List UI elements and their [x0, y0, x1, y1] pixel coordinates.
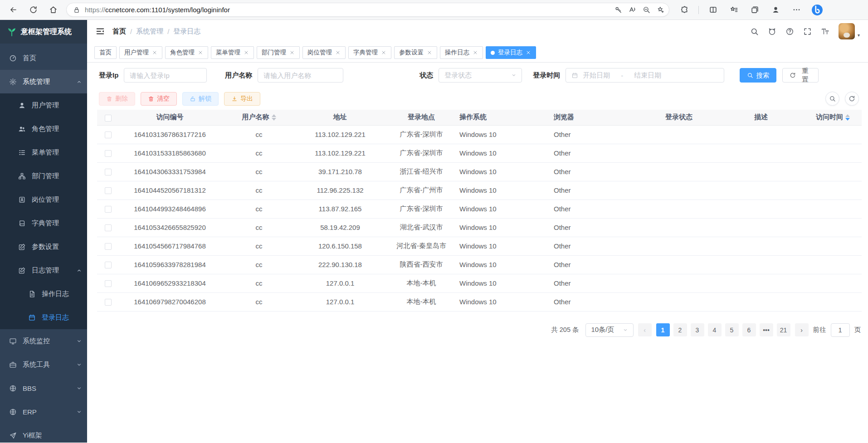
sidebar-item-yi-framework[interactable]: Yi框架 [0, 424, 87, 443]
back-button[interactable] [6, 3, 20, 17]
search-button[interactable]: 搜索 [740, 68, 776, 83]
page-button[interactable]: 1 [656, 323, 670, 336]
page-size-select[interactable]: 10条/页 [585, 323, 634, 337]
help-icon[interactable] [785, 27, 794, 36]
sidebar-item-role-mgmt[interactable]: 角色管理 [0, 117, 87, 141]
home-button[interactable] [46, 3, 60, 17]
export-button[interactable]: 导出 [224, 92, 260, 106]
tab-post-mgmt[interactable]: 岗位管理 [302, 46, 346, 59]
row-checkbox[interactable] [105, 206, 112, 213]
breadcrumb-item[interactable]: 系统管理 [136, 27, 163, 36]
profile-button[interactable] [769, 3, 782, 17]
sidebar-item-system-tools[interactable]: 系统工具 [0, 353, 87, 376]
breadcrumb-item[interactable]: 首页 [112, 27, 126, 36]
start-date-placeholder[interactable]: 开始日期 [583, 71, 610, 80]
reset-button[interactable]: 重置 [782, 68, 819, 83]
row-checkbox[interactable] [105, 169, 112, 175]
favorites-bar-button[interactable] [727, 3, 741, 17]
column-header[interactable]: 访问时间 [804, 110, 862, 125]
close-icon[interactable] [289, 50, 295, 55]
user-avatar[interactable] [839, 23, 855, 39]
tab-dept-mgmt[interactable]: 部门管理 [257, 46, 300, 59]
tab-operation-log[interactable]: 操作日志 [440, 46, 483, 59]
close-icon[interactable] [427, 50, 432, 55]
read-aloud-icon[interactable] [629, 6, 636, 14]
more-menu-button[interactable] [790, 3, 803, 17]
close-icon[interactable] [526, 50, 531, 55]
key-icon[interactable] [614, 6, 622, 14]
user-name-input[interactable] [258, 68, 343, 83]
show-search-button[interactable] [825, 92, 839, 106]
close-icon[interactable] [198, 50, 203, 55]
tab-login-log[interactable]: 登录日志 [486, 46, 536, 59]
end-date-placeholder[interactable]: 结束日期 [634, 71, 661, 80]
page-button[interactable]: 4 [708, 323, 722, 336]
sidebar-item-menu-mgmt[interactable]: 菜单管理 [0, 141, 87, 164]
tab-home[interactable]: 首页 [94, 46, 117, 59]
collections-button[interactable] [748, 3, 761, 17]
font-size-icon[interactable] [821, 27, 829, 36]
sidebar-item-system-mgmt[interactable]: 系统管理 [0, 70, 87, 93]
prev-page-button[interactable]: ‹ [638, 323, 652, 336]
breadcrumb-item[interactable]: 登录日志 [173, 27, 200, 36]
goto-page-input[interactable] [831, 323, 850, 337]
sidebar-item-login-log[interactable]: 登录日志 [0, 306, 87, 329]
sidebar-item-system-monitor[interactable]: 系统监控 [0, 329, 87, 353]
close-icon[interactable] [335, 50, 341, 55]
sidebar-item-home[interactable]: 首页 [0, 46, 87, 70]
tab-dict-mgmt[interactable]: 字典管理 [348, 46, 391, 59]
sort-carets-icon[interactable] [272, 114, 276, 121]
login-ip-input[interactable] [124, 68, 207, 83]
page-button[interactable]: 3 [691, 323, 704, 336]
site-lock-icon[interactable] [73, 6, 80, 14]
row-checkbox[interactable] [105, 299, 112, 306]
refresh-button[interactable] [26, 3, 40, 17]
next-page-button[interactable]: › [795, 323, 809, 336]
sidebar-item-param-settings[interactable]: 参数设置 [0, 235, 87, 258]
row-checkbox[interactable] [105, 150, 112, 157]
app-logo[interactable]: 意框架管理系统 [0, 20, 87, 44]
close-icon[interactable] [152, 50, 157, 55]
date-range-picker[interactable]: 开始日期 - 结束日期 [566, 68, 724, 83]
github-icon[interactable] [768, 27, 776, 36]
favorite-add-icon[interactable] [657, 6, 664, 14]
page-ellipsis[interactable]: ••• [760, 323, 773, 336]
sort-desc-icon[interactable] [845, 118, 850, 121]
sidebar-item-operation-log[interactable]: 操作日志 [0, 282, 87, 306]
row-checkbox[interactable] [105, 224, 112, 231]
row-checkbox[interactable] [105, 280, 112, 287]
sort-carets-icon[interactable] [845, 114, 850, 121]
page-button[interactable]: 6 [742, 323, 756, 336]
fullscreen-icon[interactable] [803, 27, 812, 36]
tab-role-mgmt[interactable]: 角色管理 [165, 46, 208, 59]
tab-param-settings[interactable]: 参数设置 [394, 46, 437, 59]
copilot-button[interactable] [810, 3, 824, 17]
sidebar-item-post-mgmt[interactable]: 岗位管理 [0, 188, 87, 211]
sidebar-item-bbs[interactable]: BBS [0, 376, 87, 400]
row-checkbox[interactable] [105, 243, 112, 250]
row-checkbox[interactable] [105, 262, 112, 268]
delete-button[interactable]: 删除 [99, 92, 135, 106]
page-button[interactable]: 2 [673, 323, 687, 336]
sort-desc-icon[interactable] [272, 118, 276, 121]
search-icon[interactable] [750, 27, 759, 36]
sidebar-item-dept-mgmt[interactable]: 部门管理 [0, 164, 87, 188]
zoom-out-icon[interactable] [643, 6, 650, 14]
column-header[interactable]: 用户名称 [221, 110, 297, 125]
sidebar-item-log-mgmt[interactable]: 日志管理 [0, 258, 87, 282]
address-bar[interactable]: https://ccnetcore.com:1101/system/log/lo… [66, 3, 669, 17]
select-all-checkbox[interactable] [105, 115, 112, 122]
sidebar-item-user-mgmt[interactable]: 用户管理 [0, 93, 87, 117]
tab-user-mgmt[interactable]: 用户管理 [119, 46, 162, 59]
extensions-button[interactable] [678, 3, 691, 17]
refresh-table-button[interactable] [845, 92, 859, 106]
page-button[interactable]: 5 [725, 323, 739, 336]
close-icon[interactable] [473, 50, 478, 55]
tab-menu-mgmt[interactable]: 菜单管理 [211, 46, 254, 59]
row-checkbox[interactable] [105, 131, 112, 138]
sort-asc-icon[interactable] [272, 114, 276, 117]
sidebar-item-dict-mgmt[interactable]: 字典管理 [0, 211, 87, 235]
menu-fold-icon[interactable] [95, 26, 105, 36]
page-button[interactable]: 21 [777, 323, 790, 336]
sort-asc-icon[interactable] [845, 114, 850, 117]
